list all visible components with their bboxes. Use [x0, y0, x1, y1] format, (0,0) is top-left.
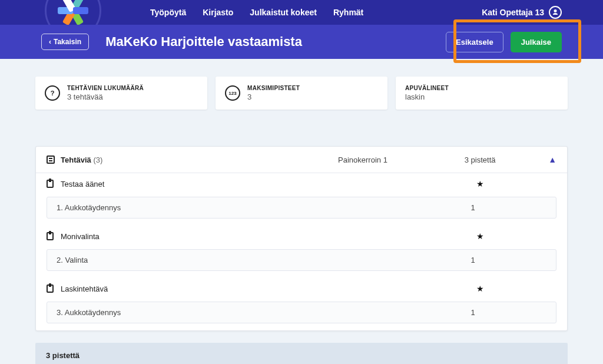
points-123-icon: 123: [225, 85, 240, 101]
chevron-up-icon: ▲: [548, 155, 556, 164]
task-group-row[interactable]: Laskintehtävä ★: [36, 278, 567, 299]
task-item-row[interactable]: 3. Aukkotäydennys 1: [47, 302, 556, 323]
tasks-panel-header[interactable]: Tehtäviä (3) Painokerroin 1 3 pistettä ▲: [36, 147, 567, 173]
card-task-count-label: TEHTÄVIEN LUKUMÄÄRÄ: [67, 85, 144, 91]
preview-button[interactable]: Esikatsele: [446, 32, 503, 52]
card-tools-value: laskin: [405, 92, 558, 101]
question-mark-icon: ?: [45, 85, 60, 101]
collapse-toggle[interactable]: ▲: [536, 155, 556, 164]
card-max-points: 123 MAKSIMIPISTEET 3: [216, 77, 387, 110]
card-task-count-value: 3 tehtävää: [67, 92, 144, 101]
top-nav: Työpöytä Kirjasto Julkaistut kokeet Ryhm…: [0, 0, 603, 25]
star-icon: ★: [476, 179, 484, 188]
nav-item-library[interactable]: Kirjasto: [203, 8, 233, 17]
star-icon: ★: [476, 284, 484, 293]
task-item-label: 3. Aukkotäydennys: [57, 308, 302, 317]
clipboard-icon: [47, 180, 54, 188]
card-max-points-value: 3: [247, 92, 300, 101]
clipboard-icon: [47, 284, 54, 293]
task-item-row[interactable]: 2. Valinta 1: [47, 249, 556, 271]
task-group-name: Monivalinta: [61, 232, 100, 241]
nav-item-published[interactable]: Julkaistut kokeet: [250, 8, 317, 17]
tasks-header-count: (3): [93, 155, 102, 164]
task-item-points: 1: [419, 256, 527, 264]
back-button-label: Takaisin: [54, 38, 81, 46]
back-button[interactable]: ‹ Takaisin: [41, 34, 89, 50]
tasks-header-multiplier: Painokerroin 1: [302, 155, 424, 164]
total-points-bar: 3 pistettä: [35, 343, 568, 364]
task-item-row[interactable]: 1. Aukkotäydennys 1: [47, 197, 556, 219]
nav-item-groups[interactable]: Ryhmät: [333, 8, 363, 17]
action-button-group: Esikatsele Julkaise: [446, 32, 562, 52]
logo-burst-icon: [57, 0, 90, 27]
task-item-points: 1: [419, 203, 527, 212]
task-item-points: 1: [419, 308, 527, 317]
card-tools-label: APUVÄLINEET: [405, 85, 558, 91]
task-group-row[interactable]: Monivalinta ★: [36, 226, 567, 247]
star-icon: ★: [476, 231, 484, 241]
clipboard-icon: [47, 232, 54, 240]
task-group-name: Laskintehtävä: [61, 284, 108, 293]
tasks-header-title: Tehtäviä: [61, 155, 91, 164]
task-group-name: Testaa äänet: [61, 180, 104, 188]
nav-item-desktop[interactable]: Työpöytä: [150, 8, 186, 17]
summary-cards: ? TEHTÄVIEN LUKUMÄÄRÄ 3 tehtävää 123 MAK…: [35, 77, 568, 110]
user-name-label: Kati Opettaja 13: [482, 8, 544, 17]
tasks-panel: Tehtäviä (3) Painokerroin 1 3 pistettä ▲…: [35, 146, 568, 331]
list-icon: [47, 155, 55, 164]
user-icon: [549, 6, 562, 19]
task-group-row[interactable]: Testaa äänet ★: [36, 173, 567, 194]
page-subheader: ‹ Takaisin MaKeKo Harjoittele vastaamist…: [0, 25, 603, 59]
page-title: MaKeKo Harjoittele vastaamista: [105, 34, 302, 49]
card-tools: APUVÄLINEET laskin: [396, 77, 568, 110]
card-max-points-label: MAKSIMIPISTEET: [247, 85, 300, 91]
publish-button[interactable]: Julkaise: [511, 32, 562, 52]
chevron-left-icon: ‹: [49, 38, 51, 46]
tasks-header-points: 3 pistettä: [424, 155, 536, 164]
user-menu[interactable]: Kati Opettaja 13: [482, 6, 562, 19]
main-content: ? TEHTÄVIEN LUKUMÄÄRÄ 3 tehtävää 123 MAK…: [0, 59, 603, 364]
task-item-label: 2. Valinta: [57, 256, 302, 264]
card-task-count: ? TEHTÄVIEN LUKUMÄÄRÄ 3 tehtävää: [35, 77, 207, 110]
task-item-label: 1. Aukkotäydennys: [57, 203, 302, 212]
